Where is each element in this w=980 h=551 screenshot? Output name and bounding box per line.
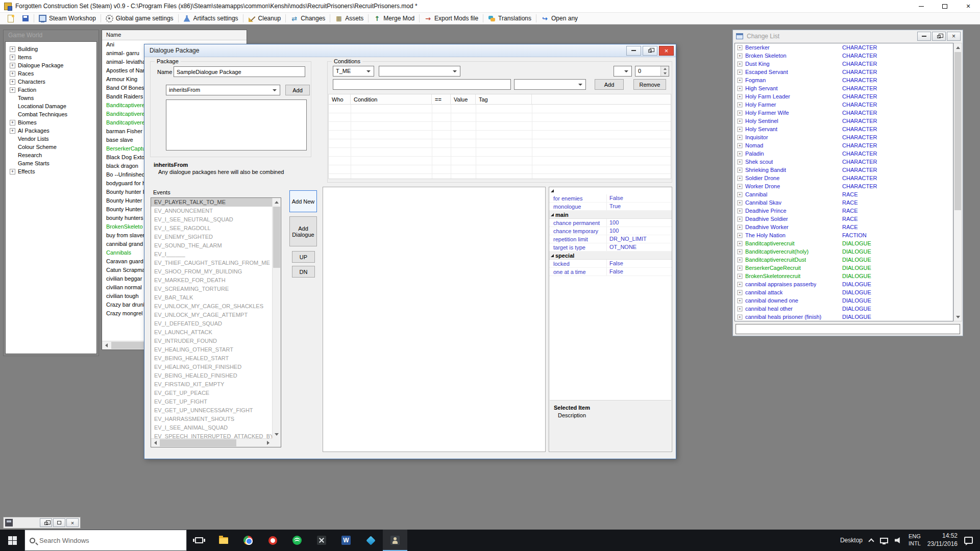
maximize-button[interactable] <box>933 0 957 12</box>
scrollbar-thumb[interactable] <box>111 342 147 349</box>
change-list-row[interactable]: cannibal heal other DIALOGUE <box>735 305 953 313</box>
app-titlebar[interactable]: Forgotten Construction Set (Steam) v0.9 … <box>0 0 980 13</box>
fcs-app-button[interactable] <box>383 530 407 551</box>
start-button[interactable] <box>0 530 24 551</box>
expand-icon[interactable] <box>738 151 743 156</box>
scroll-left-icon[interactable] <box>102 341 110 349</box>
condition-value-spinner[interactable]: 0 <box>635 66 669 77</box>
conditions-column-header[interactable]: == <box>432 94 451 104</box>
property-value[interactable]: OT_NONE <box>606 243 672 251</box>
steam-workshop-button[interactable]: Steam Workshop <box>35 14 100 23</box>
tree-item[interactable]: Research <box>6 151 96 159</box>
event-list-item[interactable]: EV_I_SEE_RAGDOLL <box>151 224 272 233</box>
event-list-item[interactable]: EV_SPEECH_INTERRUPTED_ATTACKED_BY_T <box>151 432 272 438</box>
network-icon[interactable] <box>880 538 888 543</box>
expand-icon[interactable] <box>738 176 743 181</box>
change-list-row[interactable]: Holy Farm Leader CHARACTER <box>735 92 953 101</box>
expand-icon[interactable] <box>10 63 15 68</box>
expand-icon[interactable] <box>738 224 743 230</box>
change-list-row[interactable]: Escaped Servant CHARACTER <box>735 68 953 76</box>
expand-icon[interactable] <box>738 216 743 221</box>
taskbar-clock[interactable]: 14:52 23/11/2016 <box>927 532 958 548</box>
expand-icon[interactable] <box>738 233 743 238</box>
change-list-row[interactable]: Holy Farmer Wife CHARACTER <box>735 109 953 117</box>
tree-item[interactable]: Towns <box>6 94 96 102</box>
condition-add-button[interactable]: Add <box>595 79 624 90</box>
expand-icon[interactable] <box>738 127 743 132</box>
name-column-header[interactable]: Name <box>102 30 247 40</box>
new-mod-button[interactable] <box>3 14 18 23</box>
assets-button[interactable]: ▦Assets <box>331 14 367 23</box>
task-view-button[interactable] <box>187 530 211 551</box>
change-list-row[interactable]: Shrieking Bandit CHARACTER <box>735 166 953 174</box>
spinner-down-icon[interactable] <box>661 71 669 77</box>
expand-icon[interactable] <box>738 298 743 303</box>
expand-icon[interactable] <box>738 78 743 83</box>
conditions-table-body[interactable] <box>329 105 671 179</box>
move-down-button[interactable]: DN <box>292 266 315 278</box>
change-list-row[interactable]: Broken Skeleton CHARACTER <box>735 52 953 60</box>
change-list-row[interactable]: Holy Sentinel CHARACTER <box>735 117 953 125</box>
event-list-item[interactable]: EV_HEALING_OTHER_START <box>151 345 272 354</box>
dark-app-button[interactable] <box>309 530 334 551</box>
change-list-row[interactable]: BanditcaptiverecruitDust DIALOGUE <box>735 256 953 264</box>
minimized-restore-button[interactable] <box>40 518 52 527</box>
expand-icon[interactable] <box>738 265 743 270</box>
change-list-row[interactable]: BerserkerCageRecruit DIALOGUE <box>735 264 953 272</box>
scrollbar-thumb[interactable] <box>160 439 236 446</box>
change-list-restore-button[interactable] <box>932 32 946 41</box>
game-world-title[interactable]: Game World <box>4 30 99 40</box>
tree-item[interactable]: Biomes <box>6 118 96 127</box>
package-name-input[interactable] <box>174 66 305 77</box>
expand-icon[interactable] <box>738 135 743 140</box>
changes-button[interactable]: ⇄Changes <box>287 14 329 23</box>
change-list-row[interactable]: cannibal appraises passerby DIALOGUE <box>735 280 953 288</box>
event-list-item[interactable]: EV_GET_UP_FIGHT <box>151 397 272 406</box>
change-list-row[interactable]: Banditcaptiverecruit DIALOGUE <box>735 239 953 247</box>
event-list-item[interactable]: EV_FIRSTAID_KIT_EMPTY <box>151 380 272 389</box>
change-list-row[interactable]: Berserker CHARACTER <box>735 43 953 52</box>
expand-icon[interactable] <box>738 167 743 172</box>
change-list-row[interactable]: The Holy Nation FACTION <box>735 231 953 239</box>
dialog-titlebar[interactable]: Dialogue Package × <box>144 44 676 57</box>
change-list-row[interactable]: Worker Drone CHARACTER <box>735 182 953 190</box>
change-list-row[interactable]: Banditcaptiverecruit(holy) DIALOGUE <box>735 247 953 256</box>
property-row[interactable]: monologue True <box>549 203 672 211</box>
change-list-row[interactable]: Cannibal Skav RACE <box>735 198 953 207</box>
scroll-left-icon[interactable] <box>151 439 159 447</box>
change-list-scrollbar[interactable] <box>953 43 962 321</box>
condition-type-combobox[interactable] <box>379 66 460 77</box>
change-list-row[interactable]: High Servant CHARACTER <box>735 84 953 92</box>
event-list-item[interactable]: EV_LAUNCH_ATTACK <box>151 328 272 337</box>
change-list-row[interactable]: Deadhive Soldier RACE <box>735 215 953 223</box>
change-list-row[interactable]: Holy Servant CHARACTER <box>735 125 953 133</box>
change-list-row[interactable]: Dust King CHARACTER <box>735 60 953 68</box>
show-hidden-icons-chevron[interactable] <box>868 538 874 544</box>
add-dialogue-button[interactable]: Add Dialogue <box>289 216 317 246</box>
root-expander-icon[interactable] <box>551 189 554 192</box>
red-app-button[interactable] <box>260 530 285 551</box>
dialog-minimize-button[interactable] <box>626 46 641 56</box>
event-list-item[interactable]: EV_BAR_TALK <box>151 293 272 302</box>
tree-item[interactable]: Races <box>6 69 96 78</box>
scroll-up-icon[interactable] <box>954 43 962 52</box>
change-list-row[interactable]: Deadhive Worker RACE <box>735 223 953 231</box>
word-button[interactable] <box>334 530 358 551</box>
open-any-button[interactable]: ↪Open any <box>537 14 581 23</box>
package-add-button[interactable]: Add <box>285 85 310 95</box>
minimize-button[interactable] <box>910 0 933 12</box>
conditions-column-header[interactable]: Value <box>451 94 476 104</box>
event-list-item[interactable]: EV_PLAYER_TALK_TO_ME <box>151 198 272 207</box>
change-list-titlebar[interactable]: Change List × <box>733 30 963 42</box>
event-list-item[interactable]: EV_SCREAMING_TORTURE <box>151 285 272 293</box>
event-list-item[interactable]: EV_HARRASSMENT_SHOUTS <box>151 415 272 423</box>
tree-item[interactable]: Combat Techniques <box>6 110 96 118</box>
tree-item[interactable]: AI Packages <box>6 127 96 135</box>
tree-item[interactable]: Colour Scheme <box>6 143 96 151</box>
expand-icon[interactable] <box>738 143 743 148</box>
expand-icon[interactable] <box>738 110 743 115</box>
expand-icon[interactable] <box>738 102 743 107</box>
event-list-item[interactable]: EV_I_DEFEATED_SQUAD <box>151 319 272 328</box>
expand-icon[interactable] <box>10 55 15 60</box>
scroll-right-icon[interactable] <box>264 439 272 447</box>
